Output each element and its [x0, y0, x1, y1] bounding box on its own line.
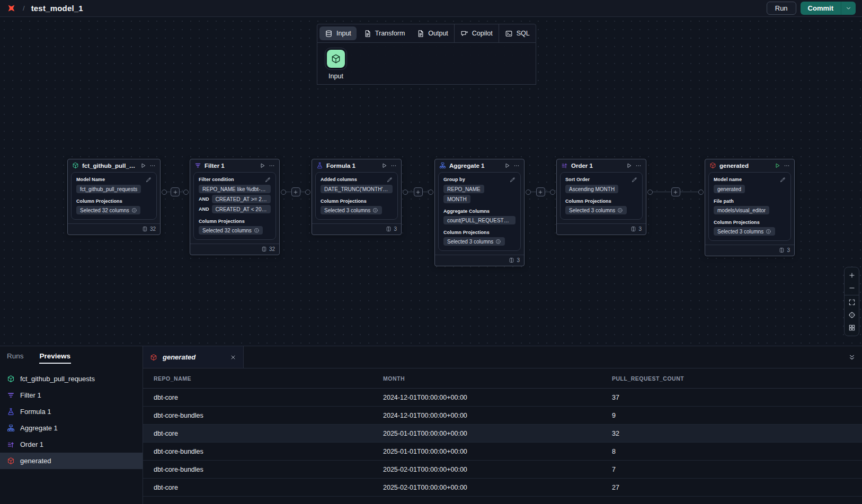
sidebar-item-aggregate-1[interactable]: Aggregate 1	[0, 420, 143, 436]
node-menu-button[interactable]	[513, 163, 520, 169]
column-header-pull_request_count[interactable]: PULL_REQUEST_COUNT	[601, 375, 862, 382]
value-pill[interactable]: Selected 3 columns	[714, 227, 775, 236]
output-port[interactable]	[526, 190, 531, 195]
column-header-repo_name[interactable]: REPO_NAME	[143, 375, 372, 382]
value-pill[interactable]: models/visual_editor	[714, 206, 769, 214]
table-row[interactable]: dbt-core-bundles2025-02-01T00:00:00+00:0…	[143, 461, 862, 479]
node-menu-button[interactable]	[784, 163, 790, 169]
value-pill[interactable]: CREATED_AT >= 2024-12-01	[212, 195, 271, 203]
table-row[interactable]: dbt-core2025-02-01T00:00:00+00:0027	[143, 479, 862, 497]
table-row[interactable]: dbt-core-bundles2024-12-01T00:00:00+00:0…	[143, 407, 862, 425]
node-menu-button[interactable]	[390, 163, 397, 169]
node-section: Column ProjectionsSelected 3 columns	[714, 220, 786, 236]
value-pill[interactable]: Selected 32 columns	[76, 206, 140, 214]
run-node-button[interactable]	[504, 163, 510, 169]
input-port[interactable]	[428, 190, 433, 195]
edit-icon[interactable]	[265, 177, 271, 183]
value-pill[interactable]: REPO_NAME like %dbt-core%	[199, 185, 271, 193]
insert-node-button[interactable]	[171, 187, 180, 196]
input-port[interactable]	[698, 190, 704, 195]
sidebar-item-fct-github-pull-requests[interactable]: fct_github_pull_requests	[0, 371, 143, 387]
node-generated[interactable]: generatedModel namegeneratedFile pathmod…	[705, 159, 795, 256]
node-filter_1[interactable]: Filter 1Filter conditionREPO_NAME like %…	[190, 159, 280, 255]
run-node-button[interactable]	[140, 163, 146, 169]
run-button[interactable]: Run	[767, 2, 796, 15]
insert-node-button[interactable]	[536, 187, 545, 196]
commit-button-group: Commit	[801, 2, 856, 15]
insert-node-button[interactable]	[291, 187, 300, 196]
edit-icon[interactable]	[387, 177, 393, 183]
node-menu-button[interactable]	[149, 163, 156, 169]
fit-view-button[interactable]	[845, 296, 859, 309]
edit-icon[interactable]	[632, 177, 637, 183]
palette-tab-output[interactable]: Output	[411, 24, 454, 42]
dag-canvas[interactable]: InputTransformOutputCopilotSQL Input fct…	[0, 17, 862, 346]
node-menu-button[interactable]	[269, 163, 275, 169]
model-title: test_model_1	[31, 4, 83, 13]
insert-node-button[interactable]	[671, 187, 680, 196]
value-pill[interactable]: count(PULL_REQUEST_NUMBER) as ...	[443, 216, 516, 224]
palette-tab-input[interactable]: Input	[319, 26, 357, 40]
value-pill[interactable]: Selected 3 columns	[443, 237, 505, 246]
pill-line: generated	[714, 185, 786, 193]
column-header-month[interactable]: MONTH	[372, 375, 601, 382]
output-port[interactable]	[403, 190, 408, 195]
palette-tab-sql[interactable]: SQL	[499, 24, 536, 42]
value-pill[interactable]: generated	[714, 185, 745, 193]
column-count: 3	[394, 226, 397, 232]
table-row[interactable]: dbt-core-bundles2025-01-01T00:00:00+00:0…	[143, 443, 862, 461]
output-port[interactable]	[162, 190, 167, 195]
bottom-tab-runs[interactable]: Runs	[7, 352, 24, 364]
node-formula_1[interactable]: Formula 1Added columnsDATE_TRUNC('MONTH'…	[312, 159, 402, 235]
close-tab-icon[interactable]	[230, 354, 236, 361]
dbt-logo-icon[interactable]	[6, 3, 16, 13]
table-row[interactable]: dbt-core2025-01-01T00:00:00+00:0032	[143, 425, 862, 443]
run-node-button[interactable]	[259, 163, 265, 169]
node-menu-button[interactable]	[635, 163, 642, 169]
sidebar-item-filter-1[interactable]: Filter 1	[0, 387, 143, 403]
value-pill[interactable]: Selected 3 columns	[321, 206, 382, 214]
output-port[interactable]	[647, 190, 653, 195]
pencil-icon	[632, 177, 637, 183]
commit-dropdown-button[interactable]	[841, 2, 856, 15]
value-pill[interactable]: Ascending MONTH	[565, 185, 618, 193]
table-row[interactable]: dbt-core2024-12-01T00:00:00+00:0037	[143, 389, 862, 407]
edit-icon[interactable]	[780, 177, 786, 183]
input-port[interactable]	[183, 190, 189, 195]
sidebar-item-formula-1[interactable]: Formula 1	[0, 403, 143, 420]
palette-item-input[interactable]: Input	[325, 48, 347, 80]
commit-button[interactable]: Commit	[801, 2, 841, 15]
node-aggregate_1[interactable]: Aggregate 1Group byREPO_NAMEMONTHAggrega…	[434, 159, 525, 266]
node-section: Model Namefct_github_pull_requests	[76, 177, 152, 193]
value-pill[interactable]: Selected 3 columns	[565, 206, 627, 214]
edit-icon[interactable]	[146, 177, 152, 183]
sidebar-item-generated[interactable]: generated	[0, 453, 143, 469]
value-pill[interactable]: CREATED_AT < 2025-03-01	[212, 205, 271, 213]
bottom-tab-previews[interactable]: Previews	[40, 352, 71, 364]
run-node-button[interactable]	[626, 163, 632, 169]
insert-node-button[interactable]	[414, 187, 423, 196]
zoom-in-button[interactable]	[845, 269, 859, 282]
column-count: 32	[150, 226, 156, 232]
value-pill[interactable]: DATE_TRUNC('MONTH', CREATED_AT...	[321, 185, 393, 193]
collapse-panel-icon[interactable]	[848, 354, 856, 361]
value-pill[interactable]: REPO_NAME	[443, 185, 484, 193]
node-order_1[interactable]: Order 1Sort OrderAscending MONTHColumn P…	[556, 159, 646, 235]
locate-button[interactable]	[845, 309, 859, 321]
input-port[interactable]	[550, 190, 555, 195]
node-fct_github_pull_requests[interactable]: fct_github_pull_requestsModel Namefct_gi…	[67, 159, 161, 235]
value-pill[interactable]: fct_github_pull_requests	[76, 185, 141, 193]
preview-tab-generated[interactable]: generated	[143, 346, 244, 368]
run-node-button[interactable]	[774, 163, 780, 169]
palette-tab-transform[interactable]: Transform	[358, 24, 411, 42]
sidebar-item-order-1[interactable]: Order 1	[0, 436, 143, 453]
zoom-out-button[interactable]	[845, 282, 859, 294]
input-port[interactable]	[305, 190, 310, 195]
minimap-button[interactable]	[845, 321, 859, 334]
palette-tab-copilot[interactable]: Copilot	[455, 24, 499, 42]
output-port[interactable]	[281, 190, 286, 195]
value-pill[interactable]: Selected 32 columns	[199, 226, 263, 235]
edit-icon[interactable]	[510, 177, 516, 183]
value-pill[interactable]: MONTH	[443, 195, 470, 203]
run-node-button[interactable]	[381, 163, 387, 169]
